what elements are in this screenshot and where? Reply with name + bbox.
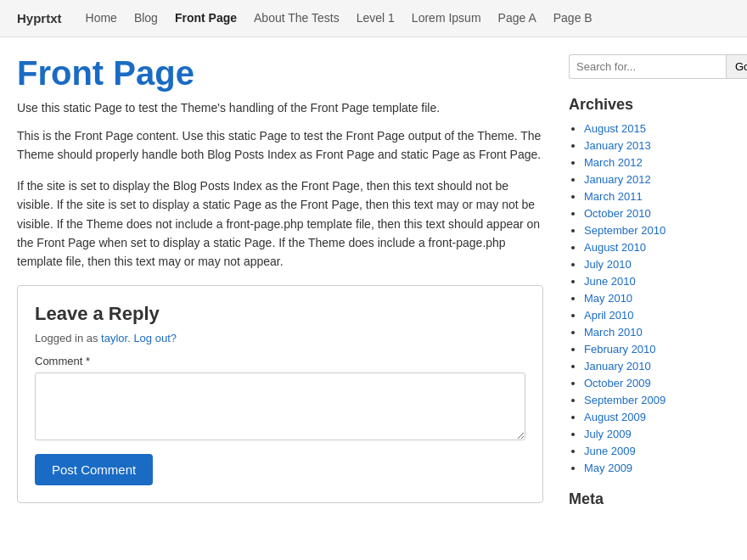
nav-item-pageb[interactable]: Page B [545, 11, 601, 25]
comment-heading: Leave a Reply [35, 303, 525, 325]
archives-heading: Archives [569, 96, 730, 114]
page-subtitle: Use this static Page to test the Theme's… [17, 101, 543, 115]
main-content: Front Page Use this static Page to test … [17, 54, 543, 508]
logged-in-info: Logged in as taylor. Log out? [35, 332, 525, 344]
archive-link[interactable]: January 2012 [584, 173, 651, 186]
archive-list-item: June 2009 [584, 445, 730, 458]
archive-link[interactable]: March 2011 [584, 190, 643, 203]
search-input[interactable] [569, 54, 726, 79]
archive-list-item: August 2015 [584, 122, 730, 136]
nav-menu: Home Blog Front Page About The Tests Lev… [77, 11, 601, 25]
page-title: Front Page [17, 54, 543, 92]
archive-link[interactable]: March 2010 [584, 326, 643, 339]
archives-section: Archives August 2015January 2013March 20… [569, 96, 730, 475]
search-button[interactable]: Go! [726, 54, 747, 79]
archive-link[interactable]: January 2010 [584, 360, 651, 372]
archive-link[interactable]: August 2010 [584, 241, 646, 254]
archive-list-item: January 2010 [584, 360, 730, 373]
archive-list-item: August 2009 [584, 411, 730, 424]
nav-item-lorem[interactable]: Lorem Ipsum [403, 11, 490, 25]
archive-list-item: July 2010 [584, 258, 730, 272]
nav-link-pageb[interactable]: Page B [545, 11, 601, 25]
nav-item-frontpage[interactable]: Front Page [166, 11, 245, 25]
page-body: This is the Front Page content. Use this… [17, 126, 543, 272]
archive-list-item: May 2010 [584, 292, 730, 305]
archive-link[interactable]: January 2013 [584, 139, 651, 152]
archive-link[interactable]: September 2010 [584, 224, 666, 237]
meta-heading: Meta [569, 490, 730, 508]
archive-list-item: May 2009 [584, 462, 730, 475]
archive-list-item: March 2010 [584, 326, 730, 339]
nav-link-pagea[interactable]: Page A [490, 11, 545, 25]
nav-link-blog[interactable]: Blog [126, 11, 166, 25]
archive-list-item: October 2009 [584, 377, 730, 390]
archive-list-item: April 2010 [584, 309, 730, 322]
archive-list-item: September 2010 [584, 224, 730, 238]
archive-list: August 2015January 2013March 2012January… [569, 122, 730, 475]
archive-list-item: June 2010 [584, 275, 730, 288]
nav-item-blog[interactable]: Blog [126, 11, 166, 25]
archive-list-item: October 2010 [584, 207, 730, 221]
search-box: Go! [569, 54, 730, 79]
nav-link-about[interactable]: About The Tests [245, 11, 348, 25]
archive-list-item: July 2009 [584, 428, 730, 441]
nav-link-frontpage[interactable]: Front Page [166, 11, 245, 25]
archive-link[interactable]: July 2009 [584, 428, 632, 440]
meta-section: Meta [569, 490, 730, 508]
archive-link[interactable]: August 2009 [584, 411, 646, 423]
archive-link[interactable]: February 2010 [584, 343, 656, 356]
nav-item-level1[interactable]: Level 1 [348, 11, 403, 25]
logout-link[interactable]: Log out? [133, 332, 177, 344]
archive-link[interactable]: July 2010 [584, 258, 632, 271]
nav-item-about[interactable]: About The Tests [245, 11, 348, 25]
archive-link[interactable]: October 2010 [584, 207, 651, 220]
comment-label: Comment * [35, 355, 525, 367]
archive-link[interactable]: March 2012 [584, 156, 643, 169]
main-nav: Hyprtxt Home Blog Front Page About The T… [0, 0, 747, 37]
nav-link-level1[interactable]: Level 1 [348, 11, 403, 25]
archive-link[interactable]: October 2009 [584, 377, 651, 389]
archive-list-item: September 2009 [584, 394, 730, 407]
comment-textarea[interactable] [35, 372, 525, 440]
archive-link[interactable]: May 2009 [584, 462, 632, 474]
archive-list-item: January 2012 [584, 173, 730, 187]
archive-link[interactable]: June 2010 [584, 275, 636, 288]
nav-link-home[interactable]: Home [77, 11, 126, 25]
nav-link-lorem[interactable]: Lorem Ipsum [403, 11, 490, 25]
archive-link[interactable]: August 2015 [584, 122, 646, 135]
archive-link[interactable]: September 2009 [584, 394, 666, 406]
body-paragraph-1: This is the Front Page content. Use this… [17, 126, 543, 165]
nav-item-home[interactable]: Home [77, 11, 126, 25]
archive-list-item: March 2012 [584, 156, 730, 170]
body-paragraph-2: If the site is set to display the Blog P… [17, 176, 543, 272]
archive-link[interactable]: June 2009 [584, 445, 636, 457]
archive-list-item: January 2013 [584, 139, 730, 153]
site-title: Hyprtxt [17, 11, 62, 25]
archive-link[interactable]: April 2010 [584, 309, 634, 322]
archive-list-item: August 2010 [584, 241, 730, 255]
post-comment-button[interactable]: Post Comment [35, 454, 153, 485]
sidebar: Go! Archives August 2015January 2013Marc… [569, 54, 730, 508]
archive-link[interactable]: May 2010 [584, 292, 632, 305]
comment-section: Leave a Reply Logged in as taylor. Log o… [17, 285, 543, 503]
nav-item-pagea[interactable]: Page A [490, 11, 545, 25]
archive-list-item: February 2010 [584, 343, 730, 356]
archive-list-item: March 2011 [584, 190, 730, 204]
user-link[interactable]: taylor [101, 332, 127, 344]
